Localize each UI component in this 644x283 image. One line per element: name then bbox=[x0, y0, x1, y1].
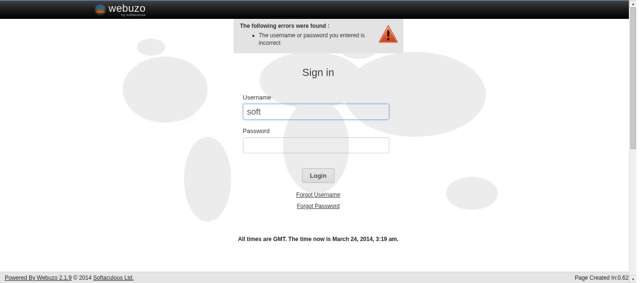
logo-sphere-icon bbox=[94, 4, 107, 16]
svg-point-10 bbox=[387, 38, 389, 41]
error-title: The following errors were found : bbox=[240, 23, 397, 29]
page-created-info: Page Created In:0.623 bbox=[575, 275, 632, 281]
softaculous-link[interactable]: Softaculous Ltd. bbox=[93, 275, 134, 281]
content-area: The following errors were found : The us… bbox=[0, 19, 636, 264]
help-links: Forgot Username Forgot Password bbox=[243, 191, 394, 209]
sign-in-title: Sign in bbox=[243, 67, 394, 79]
svg-rect-9 bbox=[387, 30, 389, 37]
password-group: Password bbox=[243, 127, 394, 153]
brand-subtitle: by softaculous bbox=[109, 13, 146, 17]
scrollbar-thumb[interactable] bbox=[630, 8, 636, 149]
error-item: The username or password you entered is … bbox=[259, 32, 368, 47]
footer: Powered By Webuzo 2.1.9 © 2014 Softaculo… bbox=[0, 272, 636, 283]
login-button[interactable]: Login bbox=[302, 168, 335, 183]
password-input[interactable] bbox=[243, 137, 389, 153]
username-label: Username bbox=[243, 94, 394, 101]
scrollbar[interactable]: ▲ ▼ bbox=[629, 0, 636, 283]
forgot-username-link[interactable]: Forgot Username bbox=[243, 191, 394, 198]
svg-point-1 bbox=[123, 57, 208, 123]
error-box: The following errors were found : The us… bbox=[234, 19, 403, 53]
logo[interactable]: webuzo by softaculous bbox=[94, 3, 146, 17]
footer-left: Powered By Webuzo 2.1.9 © 2014 Softaculo… bbox=[5, 275, 134, 281]
scroll-up-arrow-icon[interactable]: ▲ bbox=[629, 0, 636, 8]
username-group: Username bbox=[243, 94, 394, 120]
copyright-text: © 2014 bbox=[72, 275, 93, 281]
error-list: The username or password you entered is … bbox=[259, 32, 397, 47]
username-input[interactable] bbox=[243, 104, 389, 120]
powered-by-link[interactable]: Powered By Webuzo 2.1.9 bbox=[5, 275, 72, 281]
warning-icon bbox=[378, 25, 399, 43]
svg-point-2 bbox=[184, 137, 231, 222]
svg-point-7 bbox=[137, 39, 165, 56]
logo-text: webuzo by softaculous bbox=[109, 3, 146, 17]
header-bar: webuzo by softaculous bbox=[0, 0, 636, 19]
scroll-down-arrow-icon[interactable]: ▼ bbox=[629, 275, 636, 283]
password-label: Password bbox=[243, 127, 394, 134]
sign-in-form: Sign in Username Password Login Forgot U… bbox=[243, 67, 394, 209]
forgot-password-link[interactable]: Forgot Password bbox=[243, 203, 394, 209]
time-info: All times are GMT. The time now is March… bbox=[0, 236, 636, 242]
brand-name: webuzo bbox=[109, 3, 146, 14]
svg-point-6 bbox=[446, 177, 498, 210]
